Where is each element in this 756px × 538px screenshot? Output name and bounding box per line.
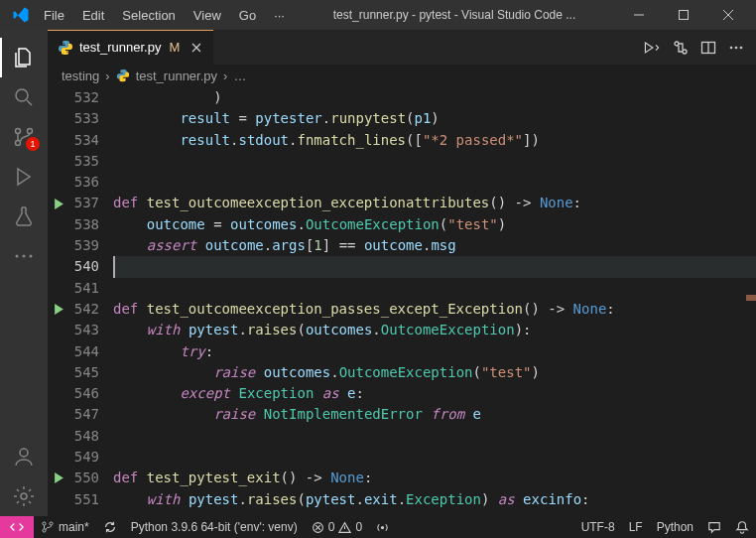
code-line[interactable]: def test_outcomeexception_exceptionattri… xyxy=(113,193,756,213)
svg-point-2 xyxy=(16,129,21,134)
status-feedback[interactable] xyxy=(700,516,728,538)
menu-selection[interactable]: Selection xyxy=(114,4,183,27)
minimap[interactable] xyxy=(742,86,756,516)
tab-test-runner[interactable]: test_runner.py M xyxy=(48,30,213,65)
remote-button[interactable] xyxy=(0,516,34,538)
run-file-button[interactable] xyxy=(643,40,661,56)
svg-point-14 xyxy=(735,46,738,49)
scm-badge: 1 xyxy=(26,137,40,151)
activity-more[interactable] xyxy=(0,236,48,276)
editor-more-button[interactable] xyxy=(728,45,744,51)
line-number: 538 xyxy=(69,214,99,235)
code-line[interactable]: result.stdout.fnmatch_lines(["*2 passed*… xyxy=(113,130,756,151)
svg-point-13 xyxy=(730,46,733,49)
code-line[interactable] xyxy=(113,447,756,468)
status-live[interactable] xyxy=(369,516,396,538)
svg-point-15 xyxy=(740,46,743,49)
files-icon xyxy=(12,46,36,69)
diff-button[interactable] xyxy=(673,40,689,56)
title-bar: File Edit Selection View Go ··· test_run… xyxy=(0,0,756,30)
breadcrumb-more[interactable]: … xyxy=(233,68,246,83)
activity-scm[interactable]: 1 xyxy=(0,117,48,157)
activity-testing[interactable] xyxy=(0,197,48,236)
status-bell[interactable] xyxy=(728,516,756,538)
warning-count: 0 xyxy=(355,520,362,534)
line-number: 545 xyxy=(69,362,99,383)
menu-file[interactable]: File xyxy=(36,4,72,27)
breadcrumb[interactable]: testing › test_runner.py › … xyxy=(48,65,756,86)
error-icon xyxy=(312,521,324,534)
play-icon xyxy=(54,472,64,483)
tab-close-button[interactable] xyxy=(189,41,203,55)
status-sync[interactable] xyxy=(96,516,124,538)
code-line[interactable]: with pytest.raises(outcomes.OutcomeExcep… xyxy=(113,320,756,340)
code-line[interactable]: outcome = outcomes.OutcomeException("tes… xyxy=(113,214,756,235)
run-test-gutter[interactable] xyxy=(48,299,69,320)
window-maximize-button[interactable] xyxy=(661,0,705,30)
run-test-gutter xyxy=(48,235,69,256)
code-line[interactable] xyxy=(113,426,756,447)
flask-icon xyxy=(12,204,36,228)
minimap-thumb[interactable] xyxy=(746,295,756,301)
window-minimize-button[interactable] xyxy=(616,0,661,30)
activity-explorer[interactable] xyxy=(0,38,48,77)
menu-view[interactable]: View xyxy=(186,4,229,27)
menu-edit[interactable]: Edit xyxy=(74,4,112,27)
code-line[interactable]: assert outcome.args[1] == outcome.msg xyxy=(113,235,756,256)
branch-icon xyxy=(41,520,55,534)
svg-point-3 xyxy=(16,141,21,146)
line-number: 550 xyxy=(69,468,99,488)
breadcrumb-file[interactable]: test_runner.py xyxy=(136,68,217,83)
run-test-gutter xyxy=(48,172,69,193)
status-encoding[interactable]: UTF-8 xyxy=(574,516,622,538)
status-branch[interactable]: main* xyxy=(34,516,96,538)
svg-point-7 xyxy=(30,255,33,258)
status-problems[interactable]: 0 0 xyxy=(305,516,369,538)
status-eol[interactable]: LF xyxy=(622,516,650,538)
git-compare-icon xyxy=(673,40,689,56)
run-test-gutter[interactable] xyxy=(48,468,69,488)
status-interpreter[interactable]: Python 3.9.6 64-bit ('env': venv) xyxy=(124,516,305,538)
line-number: 549 xyxy=(69,447,99,468)
code-line[interactable] xyxy=(113,151,756,172)
breadcrumb-folder[interactable]: testing xyxy=(62,68,99,83)
line-number: 542 xyxy=(69,299,99,320)
code-line[interactable]: with pytest.raises(pytest.exit.Exception… xyxy=(113,489,756,510)
gutter-run-column xyxy=(48,86,69,516)
code-line[interactable]: def test_outcomeexception_passes_except_… xyxy=(113,299,756,320)
code-area[interactable]: ) result = pytester.runpytest(p1) result… xyxy=(113,86,756,516)
run-test-gutter xyxy=(48,214,69,235)
svg-rect-0 xyxy=(679,11,688,20)
activity-account[interactable] xyxy=(0,437,48,476)
code-line[interactable]: def test_pytest_exit() -> None: xyxy=(113,468,756,488)
run-test-gutter xyxy=(48,447,69,468)
code-line[interactable] xyxy=(113,172,756,193)
run-test-gutter xyxy=(48,426,69,447)
menu-go[interactable]: Go xyxy=(231,4,264,27)
activity-settings[interactable] xyxy=(0,476,48,516)
split-editor-button[interactable] xyxy=(700,40,716,56)
code-line[interactable]: raise NotImplementedError from e xyxy=(113,404,756,425)
code-line[interactable]: result = pytester.runpytest(p1) xyxy=(113,108,756,129)
menu-more[interactable]: ··· xyxy=(266,4,293,27)
warning-icon xyxy=(338,521,351,534)
svg-point-1 xyxy=(16,89,28,101)
activity-search[interactable] xyxy=(0,77,48,117)
code-line[interactable] xyxy=(113,278,756,299)
line-number: 551 xyxy=(69,489,99,510)
run-test-gutter[interactable] xyxy=(48,193,69,213)
line-number: 535 xyxy=(69,151,99,172)
branch-name: main* xyxy=(59,520,89,534)
broadcast-icon xyxy=(376,521,389,534)
code-line[interactable]: except Exception as e: xyxy=(113,383,756,404)
cursor xyxy=(113,256,115,277)
menu-bar: File Edit Selection View Go ··· xyxy=(36,4,293,27)
status-language[interactable]: Python xyxy=(650,516,700,538)
window-close-button[interactable] xyxy=(705,0,750,30)
activity-run[interactable] xyxy=(0,157,48,197)
code-line[interactable]: try: xyxy=(113,341,756,362)
tab-modified-marker: M xyxy=(169,40,180,55)
code-line[interactable]: ) xyxy=(113,87,756,108)
code-line[interactable]: raise outcomes.OutcomeException("test") xyxy=(113,362,756,383)
editor[interactable]: 5325335345355365375385395405415425435445… xyxy=(48,86,756,516)
